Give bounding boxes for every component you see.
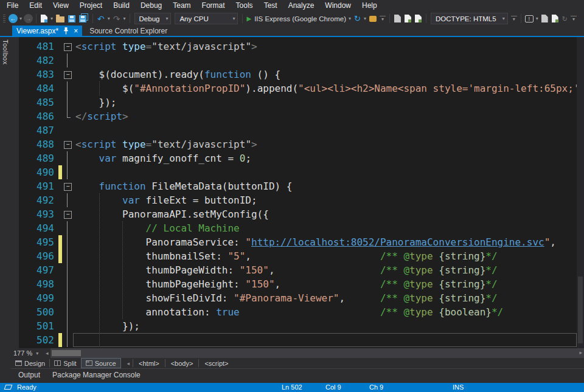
line-number: 489: [11, 151, 58, 165]
source-view-button[interactable]: Source: [81, 358, 121, 368]
breadcrumb-item[interactable]: <body>: [165, 358, 199, 368]
fold-toggle-icon[interactable]: [62, 67, 73, 81]
fold-toggle-icon[interactable]: [62, 207, 73, 221]
code-text[interactable]: });: [73, 95, 577, 109]
breadcrumb-back-icon[interactable]: ◂: [121, 360, 133, 366]
code-editor[interactable]: 481<script type="text/javascript">482483…: [11, 37, 584, 348]
code-text[interactable]: function FileMetaData(buttonID) {: [73, 179, 577, 193]
error-list-icon[interactable]: !: [525, 15, 534, 22]
bottom-tab-package-manager-console[interactable]: Package Manager Console: [46, 371, 147, 379]
doctype-value: DOCTYPE: HTML5: [436, 15, 496, 22]
toolbar-overflow-icon[interactable]: ▾: [380, 16, 386, 22]
check-out-icon[interactable]: [415, 15, 422, 22]
code-text[interactable]: </script>: [73, 109, 577, 123]
navigate-back-button[interactable]: ←: [9, 14, 18, 23]
undo-dropdown[interactable]: ▾: [106, 16, 111, 21]
menu-edit[interactable]: Edit: [24, 0, 47, 12]
redo-dropdown[interactable]: ▾: [122, 16, 127, 21]
check-in-icon[interactable]: [405, 15, 411, 22]
save-icon[interactable]: [68, 15, 75, 22]
menu-build[interactable]: Build: [108, 0, 135, 12]
navigate-forward-button[interactable]: →: [24, 14, 33, 23]
new-file-icon[interactable]: [41, 15, 47, 22]
navigate-back-dropdown[interactable]: ▾: [18, 16, 23, 21]
start-debugging-button[interactable]: ▶ IIS Express (Google Chrome): [245, 15, 347, 22]
code-text[interactable]: [73, 165, 577, 179]
tab-viewer-aspx[interactable]: Viewer.aspx* ×: [12, 26, 82, 36]
document-icon[interactable]: [394, 15, 401, 22]
fold-toggle-icon[interactable]: [62, 179, 73, 193]
menu-format[interactable]: Format: [196, 0, 231, 12]
code-line: 484 $("#AnnotationPropID").append("<ul><…: [11, 81, 577, 95]
code-text[interactable]: [73, 123, 577, 137]
menu-window[interactable]: Window: [319, 0, 356, 12]
refresh-dropdown[interactable]: ▾: [363, 16, 367, 21]
validate-document-icon[interactable]: [552, 15, 558, 22]
code-text[interactable]: [73, 333, 577, 347]
zoom-control[interactable]: 177 % ▾: [11, 349, 44, 357]
menu-test[interactable]: Test: [259, 0, 283, 12]
scroll-right-button[interactable]: ▸: [577, 349, 584, 356]
menu-analyze[interactable]: Analyze: [283, 0, 320, 12]
vertical-scrollbar[interactable]: [577, 37, 584, 348]
error-list-dropdown[interactable]: ▾: [535, 16, 540, 21]
menu-project[interactable]: Project: [74, 0, 108, 12]
menu-debug[interactable]: Debug: [135, 0, 167, 12]
fold-toggle-icon[interactable]: [62, 40, 73, 53]
design-view-button[interactable]: Design: [11, 358, 49, 368]
menu-file[interactable]: File: [1, 0, 24, 12]
new-file-dropdown[interactable]: ▾: [49, 16, 54, 21]
menu-help[interactable]: Help: [356, 0, 383, 12]
split-view-button[interactable]: Split: [50, 358, 80, 368]
code-text[interactable]: PanoramaAPI.setMyConfig({: [73, 207, 577, 221]
doctype-dropdown[interactable]: DOCTYPE: HTML5 ▾: [431, 13, 508, 24]
menu-tools[interactable]: Tools: [231, 0, 259, 12]
toolbar-overflow-icon[interactable]: ▾: [571, 16, 577, 22]
format-document-icon[interactable]: [541, 15, 548, 22]
undo-icon[interactable]: ↶: [96, 15, 106, 23]
save-all-icon[interactable]: [79, 15, 86, 22]
code-text[interactable]: <script type="text/javascript">: [73, 137, 577, 151]
refresh-icon[interactable]: ↻: [352, 15, 363, 23]
code-text[interactable]: $(document).ready(function () {: [73, 67, 577, 81]
horizontal-scrollbar[interactable]: ▸: [50, 348, 584, 358]
bottom-tab-output[interactable]: Output: [12, 371, 46, 379]
close-icon[interactable]: ×: [74, 27, 78, 35]
line-number: 493: [11, 207, 58, 221]
vertical-scrollbar-thumb[interactable]: [578, 277, 583, 343]
split-label: Split: [63, 360, 76, 367]
toolbox-tab[interactable]: Toolbox: [0, 37, 11, 383]
line-number: 491: [11, 179, 58, 193]
breadcrumb-item[interactable]: <script>: [199, 358, 234, 368]
code-text[interactable]: <script type="text/javascript">: [73, 40, 577, 53]
pin-icon[interactable]: [63, 27, 69, 35]
code-text[interactable]: thumbPageHeight: "150", /** @type {strin…: [73, 277, 577, 291]
open-file-icon[interactable]: [56, 16, 64, 22]
code-text[interactable]: thumbPageWidth: "150", /** @type {string…: [73, 263, 577, 277]
code-text[interactable]: showFileDivId: "#Panorama-Viewer", /** @…: [73, 291, 577, 305]
toolbar-overflow-icon[interactable]: ▾: [511, 16, 517, 22]
solution-platform-dropdown[interactable]: Any CPU ▾: [175, 13, 238, 24]
breadcrumb-item[interactable]: <html>: [133, 358, 165, 368]
tab-source-control-explorer[interactable]: Source Control Explorer: [82, 26, 175, 36]
code-text[interactable]: PanoramaService: "http://localhost:8052/…: [73, 235, 577, 249]
status-insert-mode: INS: [453, 383, 464, 392]
code-text[interactable]: thumbnailSet: "5", /** @type {string}*/: [73, 249, 577, 263]
menu-view[interactable]: View: [47, 0, 74, 12]
code-text[interactable]: // Local Machine: [73, 221, 577, 235]
fold-toggle-icon[interactable]: [62, 137, 73, 151]
solution-configuration-dropdown[interactable]: Debug ▾: [134, 13, 172, 24]
menu-team[interactable]: Team: [167, 0, 196, 12]
code-text[interactable]: annotation: true /** @type {boolean}*/: [73, 305, 577, 319]
horizontal-scrollbar-thumb[interactable]: [52, 350, 81, 356]
scroll-left-button[interactable]: ◂: [44, 350, 50, 356]
code-text[interactable]: var fileExt = buttonID;: [73, 193, 577, 207]
code-text[interactable]: [73, 53, 577, 67]
redo-icon[interactable]: ↷: [111, 15, 122, 23]
code-text[interactable]: var magnify_onoff_cnt = 0;: [73, 151, 577, 165]
code-text[interactable]: });: [73, 319, 577, 333]
code-text[interactable]: $("#AnnotationPropID").append("<ul><li><…: [73, 81, 577, 95]
browser-link-icon[interactable]: [369, 16, 377, 22]
start-debugging-dropdown[interactable]: ▾: [347, 16, 352, 21]
code-line: 496 thumbnailSet: "5", /** @type {string…: [11, 249, 577, 263]
